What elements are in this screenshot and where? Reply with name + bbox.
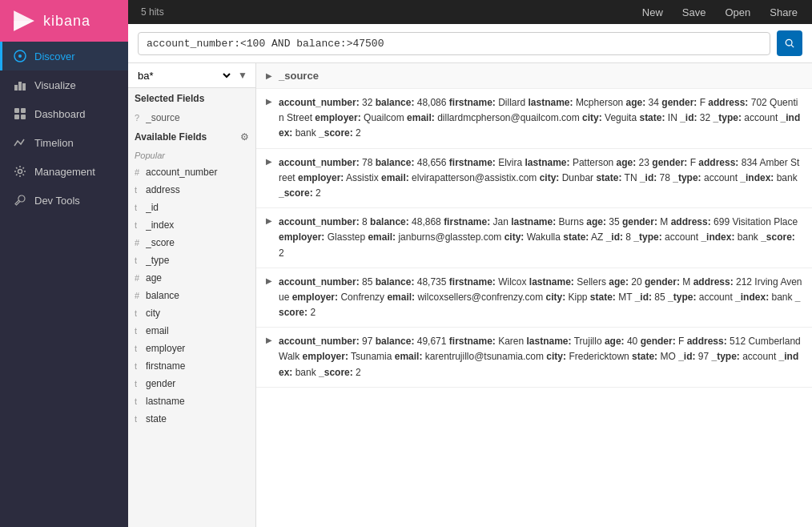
field-val: Wakulla [527,231,564,243]
field-val: 8 [362,216,370,227]
field-type-icon: t [135,414,141,424]
field-item-state[interactable]: tstate [128,410,255,428]
results-column-label: _source [279,70,319,82]
field-key: gender: [661,97,697,108]
field-key: firstname: [449,276,496,288]
sidebar-item-timelion[interactable]: Timelion [0,128,128,157]
field-item-_index[interactable]: t_index [128,216,255,234]
row-expand-button[interactable]: ▶ [266,155,272,166]
fields-settings-button[interactable]: ⚙ [240,131,249,143]
field-key: employer: [279,231,324,243]
field-name-label: lastname [146,396,249,407]
field-name-label: employer [146,343,249,354]
svg-point-3 [18,54,22,58]
toggle-source-button[interactable]: ▶ [266,71,272,80]
search-input[interactable] [138,32,770,55]
field-val: 49,671 [417,336,449,347]
row-expand-button[interactable]: ▶ [266,275,272,285]
kibana-logo-icon [11,8,37,34]
selected-field-source[interactable]: ? _source [128,109,255,127]
sidebar-item-dashboard[interactable]: Dashboard [0,99,128,128]
field-val: Sellers [577,276,609,288]
field-key: employer: [303,351,348,362]
field-item-account_number[interactable]: #account_number [128,163,255,181]
field-val: 34 [649,97,662,108]
field-item-lastname[interactable]: tlastname [128,392,255,410]
open-button[interactable]: Open [723,3,752,22]
field-val: Elvira [498,157,525,168]
field-name-label: address [146,184,249,195]
table-row: ▶account_number: 97 balance: 49,671 firs… [256,328,812,388]
row-expand-button[interactable]: ▶ [266,215,272,225]
field-val: 2 [356,367,361,378]
sidebar-item-visualize-label: Visualize [34,79,76,91]
field-type-icon: # [135,273,141,283]
field-val: TN [625,172,640,183]
field-val: 78 [660,172,673,183]
field-key: balance: [376,157,415,168]
row-expand-button[interactable]: ▶ [266,95,272,106]
selected-fields-label: Selected Fields [135,93,204,104]
save-button[interactable]: Save [681,3,708,22]
field-item-firstname[interactable]: tfirstname [128,357,255,375]
field-key: account_number: [279,216,360,227]
kibana-logo[interactable]: kibana [0,0,128,42]
wrench-icon [14,194,26,207]
field-item-_score[interactable]: #_score [128,234,255,251]
field-key: city: [546,351,566,362]
field-val: 8 [625,231,633,243]
svg-rect-7 [14,108,19,113]
fields-scroll: Popular #account_numbertaddresst_idt_ind… [128,147,255,527]
index-expand-button[interactable]: ▼ [236,68,249,82]
field-val: Dunbar [562,172,597,183]
field-key: _id: [680,112,697,123]
selected-fields-header: Selected Fields [128,88,255,109]
field-val: Burns [559,216,587,227]
sidebar-item-discover[interactable]: Discover [0,42,128,70]
field-key: state: [563,231,589,243]
field-item-_type[interactable]: t_type [128,251,255,269]
field-key: account_number: [279,97,360,108]
field-val: Dillard [498,97,528,108]
field-item-_id[interactable]: t_id [128,199,255,216]
index-pattern-select[interactable]: ba* [135,69,233,82]
field-item-employer[interactable]: temployer [128,340,255,357]
field-val: 2 [310,307,316,318]
field-type-icon: t [135,326,141,336]
field-item-balance[interactable]: #balance [128,287,255,304]
field-val: account [704,172,740,183]
field-val: bank [295,367,319,378]
sidebar-item-management[interactable]: Management [0,157,128,186]
field-val: 48,868 [412,216,444,227]
field-item-city[interactable]: tcity [128,304,255,322]
field-key: _score: [319,367,353,378]
field-val: 32 [700,112,714,123]
row-expand-button[interactable]: ▶ [266,334,272,344]
index-selector[interactable]: ba* ▼ [128,63,255,88]
field-key: _type: [668,292,696,303]
field-item-gender[interactable]: tgender [128,375,255,392]
svg-rect-10 [21,115,26,119]
sidebar-item-dev-tools-label: Dev Tools [34,195,80,207]
field-key: employer: [292,292,338,303]
field-type-icon: t [135,255,141,265]
field-type-icon: # [135,167,141,177]
field-key: city: [504,231,525,243]
new-button[interactable]: New [641,3,665,22]
sidebar-item-dev-tools[interactable]: Dev Tools [0,186,128,215]
field-val: 40 [627,336,641,347]
field-item-address[interactable]: taddress [128,181,255,199]
result-content: account_number: 32 balance: 48,086 first… [279,95,802,142]
field-val: F [700,97,709,108]
share-button[interactable]: Share [768,3,799,22]
results-header: ▶ _source [256,63,812,89]
sidebar-item-timelion-label: Timelion [34,137,74,149]
field-item-age[interactable]: #age [128,269,255,287]
field-item-email[interactable]: temail [128,322,255,340]
field-val: AZ [591,231,606,243]
search-button[interactable] [777,30,802,56]
sidebar-item-visualize[interactable]: Visualize [0,70,128,99]
field-type-icon: t [135,203,141,212]
field-key: age: [605,336,625,347]
field-val: Jan [492,216,511,227]
